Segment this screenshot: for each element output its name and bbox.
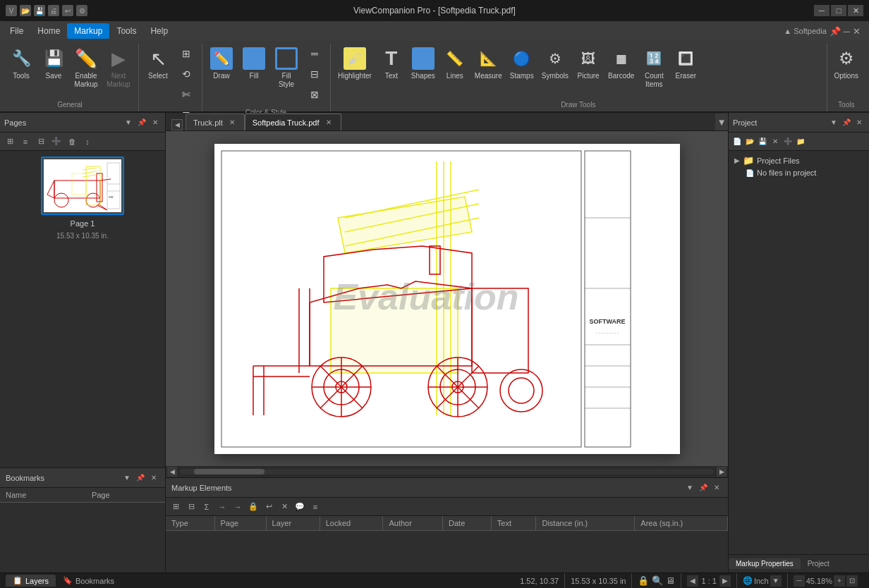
pages-panel-close[interactable]: ✕ [150, 117, 161, 128]
zoom-fit-btn[interactable]: ⊡ [846, 575, 858, 587]
line-style-button[interactable]: ═ [303, 44, 326, 63]
page-delete-btn[interactable]: 🗑 [65, 135, 79, 149]
project-pin[interactable]: 📌 [841, 117, 852, 128]
menu-tools[interactable]: Tools [109, 23, 143, 39]
measure-button[interactable]: 📐 Measure [471, 44, 506, 82]
menu-markup[interactable]: Markup [67, 23, 109, 39]
enable-markup-button[interactable]: ✏️ EnableMarkup [71, 44, 102, 91]
units-dropdown-btn[interactable]: ▼ [770, 575, 782, 587]
highlighter-button[interactable]: 🖌 Highlighter [334, 44, 375, 82]
hscroll-left-btn[interactable]: ◀ [167, 467, 177, 477]
status-icon2[interactable]: 🔍 [652, 575, 663, 586]
picture-button[interactable]: 🖼 Picture [573, 44, 604, 82]
maximize-button[interactable]: □ [831, 5, 846, 16]
layers-tab[interactable]: 📋 Layers [6, 575, 56, 587]
page-view-btn2[interactable]: ≡ [18, 135, 32, 149]
cut-button[interactable]: ✄ [175, 85, 198, 104]
tab-project-bottom[interactable]: Project [801, 558, 837, 569]
markup-tb-btn9[interactable]: 💬 [293, 500, 307, 514]
status-icon1[interactable]: 🔒 [638, 575, 649, 586]
stamps-button[interactable]: 🔵 Stamps [506, 44, 537, 82]
page-view-btn3[interactable]: ⊟ [34, 135, 48, 149]
markup-tb-btn4[interactable]: → [215, 500, 229, 514]
project-tb-folder[interactable]: 📁 [795, 136, 806, 147]
tab-markup-properties[interactable]: Markup Properties [729, 558, 801, 569]
project-tb-save[interactable]: 💾 [757, 136, 768, 147]
markup-tb-btn7[interactable]: ↩ [262, 500, 276, 514]
shapes-button[interactable]: Shapes [408, 44, 439, 82]
hscroll-right-btn[interactable]: ▶ [717, 467, 727, 477]
select-button[interactable]: ↖ Select [142, 44, 174, 82]
markup-tb-btn1[interactable]: ⊞ [169, 500, 183, 514]
markup-tb-btn-lock[interactable]: 🔒 [246, 500, 260, 514]
zoom-out-btn[interactable]: ─ [794, 575, 805, 587]
menu-help[interactable]: Help [143, 23, 175, 39]
scale-prev-btn[interactable]: ◀ [687, 575, 698, 587]
rotate-button[interactable]: ⟲ [175, 64, 198, 84]
markup-tb-btn2[interactable]: ⊟ [184, 500, 198, 514]
markup-tb-btn8[interactable]: ✕ [277, 500, 291, 514]
project-tb-new[interactable]: 📄 [731, 136, 743, 147]
text-button[interactable]: T Text [376, 44, 407, 82]
markup-close[interactable]: ✕ [711, 482, 722, 494]
print-icon[interactable]: 🖨 [48, 5, 59, 16]
markup-dropdown[interactable]: ▼ [684, 482, 695, 494]
page-view-btn1[interactable]: ⊞ [3, 135, 17, 149]
tab-softpedia-truck-pdf-close[interactable]: ✕ [324, 118, 334, 128]
project-files-item[interactable]: ▶ 📁 Project Files [731, 154, 866, 167]
menu-home[interactable]: Home [30, 23, 67, 39]
eraser-button[interactable]: 🔳 Eraser [670, 44, 701, 82]
tools-button[interactable]: 🔧 Tools [6, 44, 37, 82]
tab-overflow-btn[interactable]: ▼ [715, 114, 728, 130]
open-icon[interactable]: 📂 [20, 5, 31, 16]
options-button[interactable]: ⚙ Options [831, 44, 862, 82]
markup-pin[interactable]: 📌 [698, 482, 709, 494]
softpedia-close-icon[interactable]: ✕ [853, 26, 861, 37]
markup-tb-btn3[interactable]: Σ [200, 500, 214, 514]
zoom-in-btn[interactable]: + [834, 575, 845, 587]
barcode-button[interactable]: ▦ Barcode [604, 44, 638, 82]
config-icon[interactable]: ⚙ [76, 5, 87, 16]
project-tb-open[interactable]: 📂 [744, 136, 755, 147]
tab-truck-plt[interactable]: Truck.plt ✕ [186, 114, 245, 130]
markup-tb-btn10[interactable]: ≡ [308, 500, 322, 514]
fill-button[interactable]: Fill [238, 44, 269, 82]
page-move-btn[interactable]: ↕ [80, 135, 95, 149]
pages-panel-dropdown[interactable]: ▼ [123, 117, 134, 128]
page-insert-btn[interactable]: ➕ [49, 135, 63, 149]
scale-next-btn[interactable]: ▶ [719, 575, 731, 587]
bookmarks-close[interactable]: ✕ [148, 472, 159, 484]
tab-truck-plt-close[interactable]: ✕ [227, 118, 237, 128]
doc-view[interactable]: Evaluation SOFTWARE - - - - - - - - - [166, 131, 728, 466]
project-dropdown[interactable]: ▼ [828, 117, 839, 128]
lines-button[interactable]: 📏 Lines [439, 44, 470, 82]
save-icon[interactable]: 💾 [34, 5, 45, 16]
grid-button[interactable]: ⊟ [303, 64, 326, 84]
bookmarks-dropdown[interactable]: ▼ [121, 472, 133, 484]
markup-tb-btn5[interactable]: → [231, 500, 245, 514]
draw-button[interactable]: ✏️ Draw [206, 44, 237, 82]
page-1-thumb[interactable]: SW [41, 157, 124, 215]
undo-icon[interactable]: ↩ [62, 5, 73, 16]
bookmarks-bottom-tab[interactable]: 🔖 Bookmarks [56, 575, 121, 587]
hscroll-thumb[interactable] [194, 469, 265, 474]
bookmarks-pin[interactable]: 📌 [135, 472, 146, 484]
tab-softpedia-truck-pdf[interactable]: Softpedia Truck.pdf ✕ [245, 114, 341, 130]
next-markup-button[interactable]: ▶ NextMarkup [103, 44, 134, 91]
project-tb-delete[interactable]: ✕ [770, 136, 781, 147]
menu-file[interactable]: File [3, 23, 30, 39]
softpedia-icon[interactable]: ─ [844, 26, 850, 37]
copy-button[interactable]: ⊞ [175, 44, 198, 63]
pin-icon[interactable]: 📌 [830, 26, 841, 37]
symbols-button[interactable]: ⚙ Symbols [538, 44, 572, 82]
fill-style-button[interactable]: FillStyle [271, 44, 302, 91]
minimize-button[interactable]: ─ [814, 5, 830, 16]
pages-panel-pin[interactable]: 📌 [136, 117, 147, 128]
close-button[interactable]: ✕ [848, 5, 863, 16]
project-tb-add[interactable]: ➕ [782, 136, 794, 147]
hscroll-track[interactable] [180, 469, 714, 474]
status-icon3[interactable]: 🖥 [666, 575, 675, 586]
count-items-button[interactable]: 🔢 CountItems [638, 44, 669, 91]
save-button[interactable]: 💾 Save [38, 44, 69, 82]
pattern-button[interactable]: ⊠ [303, 85, 326, 104]
